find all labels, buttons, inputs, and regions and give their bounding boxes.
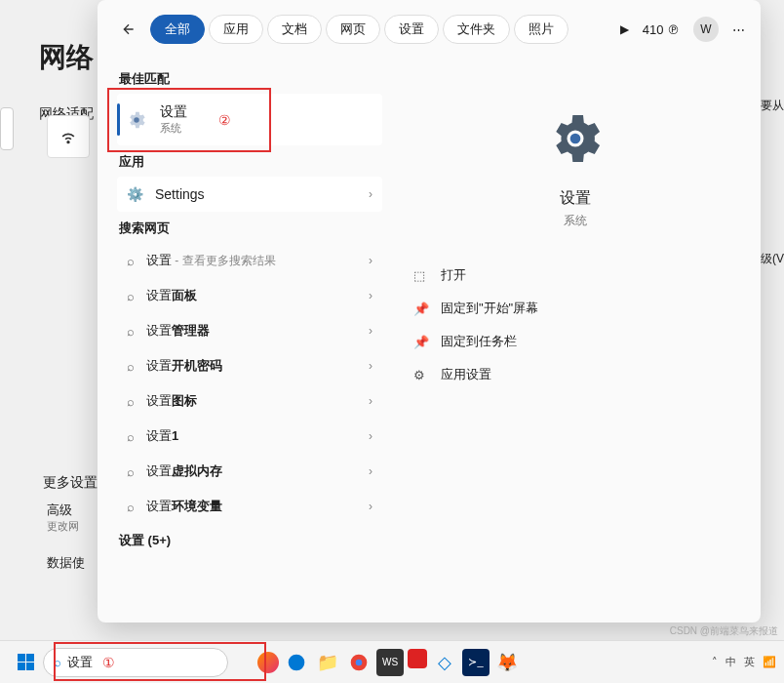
tab-apps[interactable]: 应用 — [209, 15, 263, 44]
web-result-7[interactable]: ⌕设置环境变量 › — [117, 489, 382, 524]
open-icon: ⬚ — [413, 268, 429, 283]
pin-icon: 📌 — [413, 335, 429, 349]
bg-adv-title: 高级 — [47, 502, 94, 519]
best-match-sub: 系统 — [160, 121, 187, 136]
search-icon: ⌕ — [54, 655, 61, 669]
svg-point-0 — [67, 141, 69, 142]
task-icon-app1[interactable]: WS — [376, 649, 404, 676]
chevron-right-icon: › — [369, 187, 372, 201]
chevron-right-icon: › — [369, 429, 372, 443]
action-open[interactable]: ⬚ 打开 — [410, 259, 741, 292]
search-icon: ⌕ — [127, 394, 135, 409]
tray-ime[interactable]: 英 — [744, 655, 755, 669]
web-result-0[interactable]: ⌕设置 - 查看更多搜索结果 › — [117, 243, 382, 278]
tab-folders[interactable]: 文件夹 — [443, 15, 510, 44]
tab-photos[interactable]: 照片 — [514, 15, 568, 44]
filter-tabs: 全部 应用 文档 网页 设置 文件夹 照片 — [150, 15, 614, 44]
best-match-title: 设置 — [160, 103, 187, 121]
web-result-5[interactable]: ⌕设置1 › — [117, 419, 382, 454]
svg-point-4 — [289, 654, 305, 670]
web-result-4[interactable]: ⌕设置图标 › — [117, 383, 382, 419]
svg-point-3 — [570, 134, 581, 144]
search-icon: ⌕ — [127, 429, 135, 444]
preview-title: 设置 — [560, 188, 591, 209]
bg-adv-sub: 更改网 — [47, 519, 94, 534]
chevron-right-icon: › — [369, 254, 372, 267]
apps-label: 应用 — [119, 153, 382, 171]
task-icon-app3[interactable]: 🦊 — [493, 649, 521, 676]
search-popup: 全部 应用 文档 网页 设置 文件夹 照片 ▶ 410 ℗ W ⋯ 最佳匹配 设… — [98, 0, 761, 623]
preview-panel: 设置 系统 ⬚ 打开 📌 固定到"开始"屏幕 📌 固定到任务栏 — [390, 59, 761, 623]
taskbar-pinned-apps: 📁 WS ◇ ≻_ 🦊 — [257, 649, 521, 676]
tray-lang[interactable]: 中 — [725, 655, 736, 669]
task-icon-terminal[interactable]: ≻_ — [462, 649, 490, 676]
tab-all[interactable]: 全部 — [150, 15, 205, 44]
best-match-item[interactable]: 设置 系统 ② — [117, 94, 382, 145]
task-icon-vscode[interactable]: ◇ — [431, 649, 458, 676]
tray-chevron-icon[interactable]: ˄ — [712, 656, 718, 668]
web-result-1[interactable]: ⌕设置面板 › — [117, 278, 382, 313]
chevron-right-icon: › — [369, 464, 372, 478]
taskbar: ⌕ 设置 ① 📁 WS ◇ ≻_ 🦊 ˄ 中 英 📶 — [0, 640, 784, 683]
best-match-label: 最佳匹配 — [119, 70, 382, 88]
search-icon: ⌕ — [127, 289, 135, 303]
wifi-icon-box[interactable] — [47, 115, 90, 158]
action-pin-start[interactable]: 📌 固定到"开始"屏幕 — [410, 292, 741, 325]
bg-right-strip: 要从 级(V — [761, 98, 784, 404]
more-icon[interactable]: ⋯ — [732, 22, 745, 37]
chevron-right-icon: › — [369, 324, 372, 338]
task-icon-chrome[interactable] — [345, 649, 372, 676]
task-icon-1[interactable] — [257, 652, 279, 673]
start-button[interactable] — [8, 645, 43, 680]
pin-icon: 📌 — [413, 301, 429, 316]
watermark: CSDN @前端菜鸟来报道 — [670, 624, 778, 638]
more-settings-label[interactable]: 设置 (5+) — [119, 532, 382, 549]
back-button[interactable] — [113, 14, 144, 45]
search-icon: ⌕ — [127, 500, 135, 514]
action-app-settings[interactable]: ⚙ 应用设置 — [410, 358, 741, 391]
app-item-settings[interactable]: ⚙️ Settings › — [117, 177, 382, 212]
chevron-right-icon: › — [369, 359, 372, 373]
play-icon[interactable]: ▶ — [620, 22, 629, 36]
gear-icon-large — [544, 107, 607, 173]
taskbar-search-box[interactable]: ⌕ 设置 ① — [43, 648, 228, 677]
annotation-1: ① — [102, 655, 115, 670]
search-icon: ⌕ — [127, 324, 135, 339]
tab-web[interactable]: 网页 — [326, 15, 380, 44]
bg-data-card[interactable]: 数据使 — [47, 554, 85, 572]
search-icon: ⌕ — [127, 359, 135, 374]
chevron-right-icon: › — [369, 500, 372, 513]
wifi-icon[interactable]: 📶 — [763, 656, 776, 668]
task-icon-edge[interactable] — [283, 649, 310, 676]
rewards-points[interactable]: 410 ℗ — [643, 22, 680, 37]
bg-more-settings-label: 更多设置 — [43, 474, 98, 492]
gear-icon — [125, 108, 148, 132]
bg-advanced-card[interactable]: 高级 更改网 — [47, 502, 94, 534]
svg-point-6 — [356, 659, 363, 665]
search-input-value: 设置 — [67, 654, 93, 671]
gear-icon: ⚙ — [413, 368, 429, 382]
web-result-6[interactable]: ⌕设置虚拟内存 › — [117, 454, 382, 489]
tab-settings[interactable]: 设置 — [384, 15, 439, 44]
chevron-right-icon: › — [369, 289, 372, 302]
action-pin-taskbar[interactable]: 📌 固定到任务栏 — [410, 325, 741, 358]
tab-docs[interactable]: 文档 — [267, 15, 322, 44]
popup-header: 全部 应用 文档 网页 设置 文件夹 照片 ▶ 410 ℗ W ⋯ — [98, 0, 761, 59]
bg-partial-widget — [0, 107, 14, 150]
task-icon-app2[interactable] — [408, 649, 427, 668]
search-icon: ⌕ — [127, 254, 135, 268]
bg-data-label: 数据使 — [47, 554, 85, 572]
windows-logo-icon — [18, 654, 34, 670]
web-result-2[interactable]: ⌕设置管理器 › — [117, 313, 382, 348]
annotation-2: ② — [218, 112, 231, 128]
wifi-icon — [59, 126, 78, 148]
web-result-3[interactable]: ⌕设置开机密码 › — [117, 348, 382, 383]
user-avatar[interactable]: W — [693, 17, 719, 42]
search-icon: ⌕ — [127, 464, 135, 479]
app-icon: ⚙️ — [127, 186, 143, 202]
task-icon-explorer[interactable]: 📁 — [314, 649, 341, 676]
results-column: 最佳匹配 设置 系统 ② 应用 ⚙️ Settings › 搜索网页 — [98, 59, 390, 623]
system-tray[interactable]: ˄ 中 英 📶 — [712, 655, 776, 669]
preview-sub: 系统 — [564, 213, 587, 229]
web-label: 搜索网页 — [119, 220, 382, 237]
